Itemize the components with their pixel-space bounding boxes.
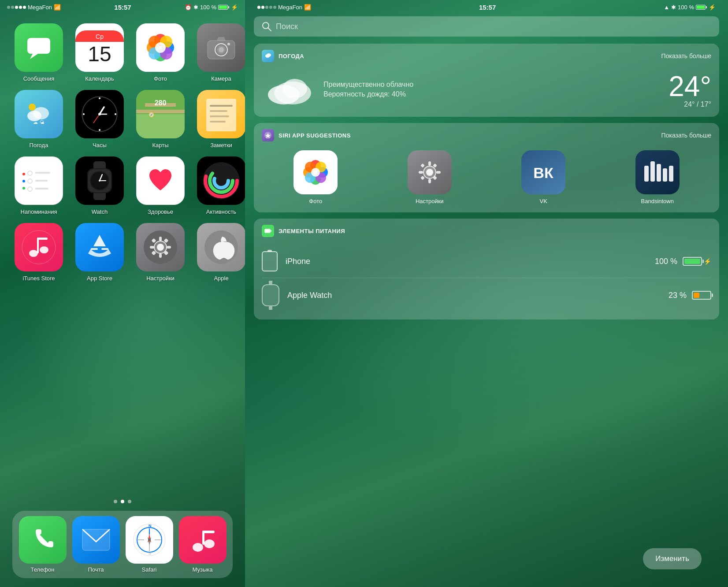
app-camera[interactable]: Камера bbox=[195, 23, 245, 82]
weather-show-more[interactable]: Показать больше bbox=[661, 52, 711, 59]
dock-mail[interactable]: Почта bbox=[72, 516, 120, 573]
svg-line-101 bbox=[268, 28, 271, 31]
svg-point-120 bbox=[426, 169, 433, 176]
weather-temp-main: 24° bbox=[669, 72, 711, 100]
app-reminders[interactable]: Напоминания bbox=[12, 156, 65, 215]
svg-point-14 bbox=[219, 47, 224, 52]
svg-rect-133 bbox=[663, 168, 667, 182]
photos-icon-inner bbox=[136, 23, 185, 72]
camera-label: Камера bbox=[211, 75, 231, 82]
left-phone: MegaFon 📶 15:57 ⏰ ✱ 100 % ⚡ Сообщения bbox=[0, 0, 245, 587]
activity-label: Активность bbox=[206, 208, 236, 215]
app-weather[interactable]: ☁ 🌤 Погода bbox=[12, 90, 65, 149]
svg-rect-39 bbox=[210, 110, 227, 112]
siri-app-bandsintown[interactable]: Bandsintown bbox=[635, 150, 680, 204]
siri-show-more[interactable]: Показать больше bbox=[661, 132, 711, 139]
svg-rect-121 bbox=[428, 161, 431, 166]
battery-items-container: iPhone 100 % ⚡ Apple Watch 23 % bbox=[254, 241, 719, 320]
app-clock[interactable]: Часы bbox=[73, 90, 126, 149]
dot3 bbox=[15, 6, 18, 9]
siri-widget-icon bbox=[262, 129, 274, 141]
music-label: Музыка bbox=[193, 566, 213, 573]
svg-text:🧭: 🧭 bbox=[149, 111, 155, 118]
iphone-battery-bar bbox=[683, 257, 702, 266]
siri-app-settings[interactable]: Настройки bbox=[408, 150, 452, 204]
dock-safari[interactable]: N S Safari bbox=[126, 516, 173, 573]
camera-icon bbox=[197, 23, 245, 72]
right-bluetooth-icon: ✱ bbox=[671, 4, 676, 11]
app-notes[interactable]: Заметки bbox=[195, 90, 245, 149]
svg-point-104 bbox=[265, 54, 270, 58]
svg-rect-40 bbox=[210, 115, 229, 117]
carrier-name: MegaFon bbox=[28, 4, 52, 11]
iphone-name: iPhone bbox=[286, 257, 655, 266]
settings-label: Настройки bbox=[146, 275, 175, 282]
svg-text:S: S bbox=[149, 551, 151, 555]
right-location-icon: ▲ bbox=[664, 4, 669, 11]
mail-label: Почта bbox=[88, 566, 104, 573]
right-wifi-icon: 📶 bbox=[304, 4, 311, 11]
page-dot-3 bbox=[128, 500, 131, 503]
app-photos[interactable]: Фото bbox=[134, 23, 187, 82]
svg-rect-41 bbox=[210, 121, 226, 123]
app-itunes[interactable]: iTunes Store bbox=[12, 223, 65, 282]
siri-app-vk[interactable]: ВК VK bbox=[521, 150, 565, 204]
svg-point-60 bbox=[99, 180, 100, 182]
cal-date: 15 bbox=[88, 42, 111, 65]
search-bar[interactable]: Поиск bbox=[254, 16, 719, 37]
change-button[interactable]: Изменить bbox=[643, 548, 702, 569]
app-watch[interactable]: Watch bbox=[73, 156, 126, 215]
svg-rect-124 bbox=[436, 171, 441, 174]
app-settings[interactable]: Настройки bbox=[134, 223, 187, 282]
svg-point-50 bbox=[22, 180, 25, 182]
siri-app-photos[interactable]: Фото bbox=[293, 150, 338, 204]
photos-label: Фото bbox=[154, 75, 167, 82]
reminders-label: Напоминания bbox=[21, 208, 57, 215]
right-battery-fill bbox=[697, 6, 705, 9]
svg-rect-74 bbox=[159, 237, 162, 241]
siri-title: SIRI APP SUGGESTIONS bbox=[279, 132, 351, 139]
battery-fill bbox=[219, 6, 227, 9]
app-health[interactable]: Здоровье bbox=[134, 156, 187, 215]
app-calendar[interactable]: Ср 15 Календарь bbox=[73, 23, 126, 82]
svg-rect-99 bbox=[202, 531, 215, 533]
svg-point-96 bbox=[193, 543, 203, 552]
phone-dock-icon bbox=[19, 516, 67, 564]
svg-rect-136 bbox=[271, 230, 271, 232]
dock-music[interactable]: Музыка bbox=[179, 516, 227, 573]
svg-rect-131 bbox=[650, 161, 655, 182]
watch-device-icon bbox=[262, 284, 279, 306]
app-appstore[interactable]: App Store bbox=[73, 223, 126, 282]
svg-rect-134 bbox=[669, 166, 673, 182]
right-battery-tip bbox=[706, 6, 707, 8]
svg-rect-122 bbox=[428, 179, 431, 183]
app-activity[interactable]: Активность bbox=[195, 156, 245, 215]
battery-title-row: ЭЛЕМЕНТЫ ПИТАНИЯ bbox=[262, 225, 345, 237]
svg-rect-123 bbox=[419, 171, 423, 174]
weather-info: Преимущественно облачно Вероятность дожд… bbox=[323, 81, 660, 100]
apple-icon bbox=[197, 223, 245, 271]
app-apple[interactable]: Apple bbox=[195, 223, 245, 282]
cal-header: Ср bbox=[75, 30, 124, 42]
siri-header: SIRI APP SUGGESTIONS Показать больше bbox=[254, 123, 719, 146]
right-status-left: MegaFon 📶 bbox=[257, 4, 311, 11]
app-messages[interactable]: Сообщения bbox=[12, 23, 65, 82]
svg-text:N: N bbox=[149, 524, 152, 528]
app-maps[interactable]: 280 🧭 Карты bbox=[134, 90, 187, 149]
svg-point-19 bbox=[29, 104, 36, 111]
activity-icon bbox=[197, 156, 245, 205]
battery-widget: ЭЛЕМЕНТЫ ПИТАНИЯ iPhone 100 % ⚡ bbox=[254, 219, 719, 320]
health-label: Здоровье bbox=[148, 208, 173, 215]
status-time: 15:57 bbox=[114, 4, 131, 11]
svg-rect-70 bbox=[37, 238, 48, 240]
settings-icon bbox=[136, 223, 185, 271]
search-placeholder: Поиск bbox=[276, 22, 298, 31]
svg-rect-130 bbox=[644, 166, 649, 182]
weather-widget: ПОГОДА Показать больше Преимущественно о… bbox=[254, 44, 719, 117]
battery-body bbox=[218, 5, 228, 10]
watch-name: Apple Watch bbox=[287, 291, 669, 300]
dock-phone[interactable]: Телефон bbox=[19, 516, 67, 573]
weather-title-row: ПОГОДА bbox=[262, 50, 304, 62]
weather-widget-icon bbox=[262, 50, 274, 62]
siri-photos-icon bbox=[293, 150, 338, 194]
